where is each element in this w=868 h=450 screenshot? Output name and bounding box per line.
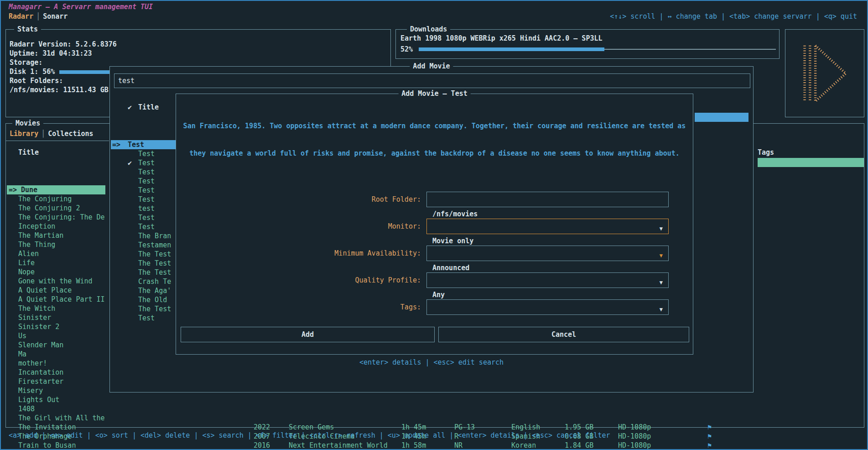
list-item[interactable]: The Thing (7, 240, 105, 249)
field-control[interactable]: Movie only ▼ (426, 219, 669, 234)
list-item[interactable]: Life (7, 258, 105, 267)
list-item[interactable]: mother! (7, 359, 105, 368)
result-title: Test (138, 149, 155, 158)
add-movie-modal: Add Movie – Test San Francisco, 1985. Tw… (176, 94, 693, 355)
movies-tabs: Library│Collections (10, 129, 94, 138)
download-progress-fill (419, 47, 604, 51)
list-item[interactable]: The Conjuring (7, 194, 105, 204)
list-item[interactable]: A Quiet Place (7, 286, 105, 295)
list-item[interactable]: Slender Man (7, 340, 105, 350)
list-item[interactable]: Ma (7, 350, 105, 359)
field-label: Quality Profile: (176, 272, 421, 288)
disk-label: Disk 1: (10, 68, 38, 76)
result-title: Test (138, 177, 155, 186)
download-percent: 52% (400, 45, 413, 54)
movie-title: The Conjuring: The De (18, 213, 105, 222)
servarr-tabs: Radarr│Sonarr (9, 12, 68, 21)
radarr-version-label: Radarr Version: (10, 40, 71, 48)
list-item[interactable]: The Conjuring 2 (7, 204, 105, 213)
list-item[interactable]: Sinister (7, 313, 105, 322)
add-movie-form: Root Folder: /nfs/movies ▼ Monitor: Movi… (176, 164, 693, 326)
list-item[interactable]: Us (7, 331, 105, 340)
search-result-row[interactable]: Test (111, 195, 176, 204)
list-item[interactable]: Sinister 2 (7, 322, 105, 331)
search-result-row[interactable]: The Test (111, 250, 176, 259)
bottom-keybindings-help: <a> add | <e> edit | <o> sort | <del> de… (9, 431, 610, 440)
list-item[interactable]: A Quiet Place Part II (7, 295, 105, 304)
selected-result-highlight (695, 113, 748, 122)
field-control[interactable] (426, 299, 669, 315)
movie-title: Misery (18, 386, 43, 395)
table-row[interactable]: 2022Screen Gems1h 45mPG-13English1.95 GB… (6, 423, 864, 432)
tab-sonarr[interactable]: Sonarr (43, 12, 68, 21)
column-header-title: Title (18, 148, 39, 157)
movie-title: Inception (18, 222, 55, 231)
search-result-row[interactable]: Test (111, 167, 176, 177)
top-keybindings-help: <↑↓> scroll | ↔ change tab | <tab> chang… (610, 12, 857, 21)
form-field-row: Monitor: Movie only ▼ (176, 219, 693, 246)
field-control[interactable]: Announced ▼ (426, 246, 669, 261)
cancel-button[interactable]: Cancel (438, 327, 689, 342)
result-title: Testamen (138, 241, 171, 250)
list-item[interactable]: The Witch (7, 304, 105, 313)
search-result-row[interactable]: The Test (111, 268, 176, 277)
tab-radarr[interactable]: Radarr (9, 12, 33, 21)
uptime-line: Uptime: 31d 04:31:23 (10, 49, 92, 58)
managarr-app-window: Managarr – A Servarr management TUI <↑↓>… (0, 0, 868, 450)
search-result-row[interactable]: The Test (111, 304, 176, 314)
result-title: The Test (138, 304, 171, 314)
selection-arrow: => (9, 185, 17, 194)
search-result-row[interactable]: Testamen (111, 241, 176, 250)
field-control[interactable]: /nfs/movies ▼ (426, 192, 669, 207)
list-item[interactable]: Alien (7, 249, 105, 258)
search-result-row[interactable]: Crash Te (111, 277, 176, 286)
results-header-checkmark-icon: ✔ (128, 103, 132, 112)
result-title: Test (138, 222, 155, 231)
movie-title: The Martian (18, 231, 63, 240)
movie-quality-profile: HD-1080p (618, 441, 651, 450)
search-result-row[interactable]: Test (111, 177, 176, 186)
list-item[interactable]: Misery (7, 386, 105, 395)
search-result-row[interactable]: The Old (111, 295, 176, 304)
list-item[interactable]: Firestarter (7, 377, 105, 386)
result-title: The Test (138, 250, 171, 259)
table-row[interactable]: 2016Next Entertainment World1h 58mNRKore… (6, 441, 864, 450)
search-result-row[interactable]: test (111, 204, 176, 213)
movie-quality-profile: HD-1080p (618, 432, 651, 441)
list-item[interactable]: Incantation (7, 368, 105, 377)
movie-size: 1.84 GB (565, 441, 593, 450)
tab-collections[interactable]: Collections (48, 130, 93, 138)
search-result-row[interactable]: =>Test (111, 140, 176, 149)
search-result-row[interactable]: Test (111, 222, 176, 231)
tab-divider: │ (38, 130, 48, 138)
tab-library[interactable]: Library (10, 130, 38, 138)
list-item[interactable]: Nope (7, 267, 105, 277)
search-result-row[interactable]: Test (111, 149, 176, 158)
field-control[interactable]: Any ▼ (426, 272, 669, 288)
movie-title: Dune (21, 185, 37, 194)
movie-title: Alien (18, 249, 39, 258)
movie-quality-profile: HD-1080p (618, 423, 651, 432)
popup-keybindings-help: <enter> details | <esc> edit search (110, 358, 753, 367)
list-item[interactable]: The Martian (7, 231, 105, 240)
result-title: Test (138, 314, 155, 323)
movies-tab-underline (6, 141, 109, 141)
search-result-row[interactable]: The Aga' (111, 286, 176, 295)
selection-arrow: => (112, 140, 120, 149)
list-item[interactable]: =>Dune (7, 185, 105, 194)
search-result-row[interactable]: Test (111, 314, 176, 323)
result-title: test (138, 204, 155, 213)
add-button[interactable]: Add (181, 327, 435, 342)
movie-year: 2022 (254, 423, 270, 432)
search-result-row[interactable]: The Bran (111, 231, 176, 241)
movie-title: Incantation (18, 368, 63, 377)
search-result-row[interactable]: Test (111, 186, 176, 195)
list-item[interactable]: The Conjuring: The De (7, 213, 105, 222)
list-item[interactable]: Gone with the Wind (7, 277, 105, 286)
disk-usage-gauge (59, 70, 115, 74)
search-result-row[interactable]: The Test (111, 259, 176, 268)
search-result-row[interactable]: Test (111, 213, 176, 222)
list-item[interactable]: Inception (7, 222, 105, 231)
search-input[interactable]: test (114, 73, 750, 88)
search-result-row[interactable]: ✔Test (111, 158, 176, 167)
